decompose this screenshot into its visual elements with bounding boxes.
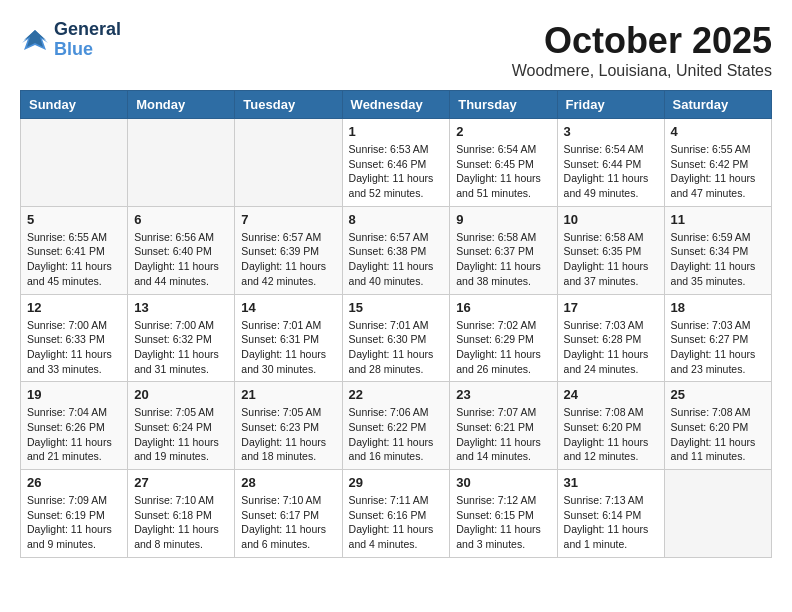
calendar-table: SundayMondayTuesdayWednesdayThursdayFrid… [20, 90, 772, 558]
day-number: 20 [134, 387, 228, 402]
day-info: Sunrise: 7:00 AM Sunset: 6:33 PM Dayligh… [27, 318, 121, 377]
day-info: Sunrise: 7:04 AM Sunset: 6:26 PM Dayligh… [27, 405, 121, 464]
day-info: Sunrise: 7:12 AM Sunset: 6:15 PM Dayligh… [456, 493, 550, 552]
weekday-header-wednesday: Wednesday [342, 91, 450, 119]
day-info: Sunrise: 6:55 AM Sunset: 6:41 PM Dayligh… [27, 230, 121, 289]
weekday-header-thursday: Thursday [450, 91, 557, 119]
calendar-cell: 11Sunrise: 6:59 AM Sunset: 6:34 PM Dayli… [664, 206, 771, 294]
day-info: Sunrise: 6:54 AM Sunset: 6:44 PM Dayligh… [564, 142, 658, 201]
day-info: Sunrise: 7:01 AM Sunset: 6:31 PM Dayligh… [241, 318, 335, 377]
day-info: Sunrise: 7:03 AM Sunset: 6:27 PM Dayligh… [671, 318, 765, 377]
day-info: Sunrise: 7:10 AM Sunset: 6:17 PM Dayligh… [241, 493, 335, 552]
day-number: 12 [27, 300, 121, 315]
calendar-cell: 9Sunrise: 6:58 AM Sunset: 6:37 PM Daylig… [450, 206, 557, 294]
day-number: 7 [241, 212, 335, 227]
day-number: 15 [349, 300, 444, 315]
day-number: 23 [456, 387, 550, 402]
calendar-cell: 27Sunrise: 7:10 AM Sunset: 6:18 PM Dayli… [128, 470, 235, 558]
day-info: Sunrise: 7:05 AM Sunset: 6:23 PM Dayligh… [241, 405, 335, 464]
calendar-cell: 31Sunrise: 7:13 AM Sunset: 6:14 PM Dayli… [557, 470, 664, 558]
month-title: October 2025 [512, 20, 772, 62]
day-info: Sunrise: 6:57 AM Sunset: 6:39 PM Dayligh… [241, 230, 335, 289]
day-number: 11 [671, 212, 765, 227]
calendar-cell: 19Sunrise: 7:04 AM Sunset: 6:26 PM Dayli… [21, 382, 128, 470]
day-info: Sunrise: 7:02 AM Sunset: 6:29 PM Dayligh… [456, 318, 550, 377]
day-number: 17 [564, 300, 658, 315]
calendar-cell: 17Sunrise: 7:03 AM Sunset: 6:28 PM Dayli… [557, 294, 664, 382]
day-number: 26 [27, 475, 121, 490]
calendar-cell: 29Sunrise: 7:11 AM Sunset: 6:16 PM Dayli… [342, 470, 450, 558]
title-section: October 2025 Woodmere, Louisiana, United… [512, 20, 772, 80]
day-number: 22 [349, 387, 444, 402]
weekday-header-tuesday: Tuesday [235, 91, 342, 119]
day-info: Sunrise: 7:00 AM Sunset: 6:32 PM Dayligh… [134, 318, 228, 377]
day-number: 27 [134, 475, 228, 490]
day-number: 16 [456, 300, 550, 315]
calendar-cell: 26Sunrise: 7:09 AM Sunset: 6:19 PM Dayli… [21, 470, 128, 558]
day-info: Sunrise: 7:07 AM Sunset: 6:21 PM Dayligh… [456, 405, 550, 464]
day-number: 4 [671, 124, 765, 139]
day-number: 29 [349, 475, 444, 490]
day-info: Sunrise: 6:54 AM Sunset: 6:45 PM Dayligh… [456, 142, 550, 201]
day-info: Sunrise: 7:08 AM Sunset: 6:20 PM Dayligh… [671, 405, 765, 464]
calendar-cell: 7Sunrise: 6:57 AM Sunset: 6:39 PM Daylig… [235, 206, 342, 294]
day-info: Sunrise: 6:58 AM Sunset: 6:37 PM Dayligh… [456, 230, 550, 289]
calendar-cell: 22Sunrise: 7:06 AM Sunset: 6:22 PM Dayli… [342, 382, 450, 470]
day-number: 25 [671, 387, 765, 402]
day-info: Sunrise: 7:13 AM Sunset: 6:14 PM Dayligh… [564, 493, 658, 552]
calendar-cell: 5Sunrise: 6:55 AM Sunset: 6:41 PM Daylig… [21, 206, 128, 294]
day-number: 24 [564, 387, 658, 402]
day-number: 1 [349, 124, 444, 139]
day-info: Sunrise: 6:56 AM Sunset: 6:40 PM Dayligh… [134, 230, 228, 289]
day-info: Sunrise: 6:57 AM Sunset: 6:38 PM Dayligh… [349, 230, 444, 289]
weekday-header-friday: Friday [557, 91, 664, 119]
day-info: Sunrise: 6:58 AM Sunset: 6:35 PM Dayligh… [564, 230, 658, 289]
logo-icon [20, 25, 50, 55]
weekday-header-saturday: Saturday [664, 91, 771, 119]
weekday-header-sunday: Sunday [21, 91, 128, 119]
day-number: 21 [241, 387, 335, 402]
day-number: 8 [349, 212, 444, 227]
day-number: 10 [564, 212, 658, 227]
logo-text: General Blue [54, 20, 121, 60]
day-info: Sunrise: 7:01 AM Sunset: 6:30 PM Dayligh… [349, 318, 444, 377]
location: Woodmere, Louisiana, United States [512, 62, 772, 80]
calendar-cell: 18Sunrise: 7:03 AM Sunset: 6:27 PM Dayli… [664, 294, 771, 382]
day-info: Sunrise: 7:05 AM Sunset: 6:24 PM Dayligh… [134, 405, 228, 464]
calendar-cell: 8Sunrise: 6:57 AM Sunset: 6:38 PM Daylig… [342, 206, 450, 294]
day-number: 18 [671, 300, 765, 315]
calendar-cell: 3Sunrise: 6:54 AM Sunset: 6:44 PM Daylig… [557, 119, 664, 207]
day-info: Sunrise: 7:06 AM Sunset: 6:22 PM Dayligh… [349, 405, 444, 464]
calendar-cell: 13Sunrise: 7:00 AM Sunset: 6:32 PM Dayli… [128, 294, 235, 382]
day-number: 5 [27, 212, 121, 227]
calendar-cell: 10Sunrise: 6:58 AM Sunset: 6:35 PM Dayli… [557, 206, 664, 294]
day-info: Sunrise: 7:09 AM Sunset: 6:19 PM Dayligh… [27, 493, 121, 552]
calendar-cell [664, 470, 771, 558]
day-info: Sunrise: 6:55 AM Sunset: 6:42 PM Dayligh… [671, 142, 765, 201]
calendar-cell: 12Sunrise: 7:00 AM Sunset: 6:33 PM Dayli… [21, 294, 128, 382]
calendar-cell: 14Sunrise: 7:01 AM Sunset: 6:31 PM Dayli… [235, 294, 342, 382]
calendar-week-2: 5Sunrise: 6:55 AM Sunset: 6:41 PM Daylig… [21, 206, 772, 294]
logo: General Blue [20, 20, 121, 60]
day-number: 14 [241, 300, 335, 315]
page-header: General Blue October 2025 Woodmere, Loui… [20, 20, 772, 80]
day-info: Sunrise: 7:03 AM Sunset: 6:28 PM Dayligh… [564, 318, 658, 377]
calendar-cell: 15Sunrise: 7:01 AM Sunset: 6:30 PM Dayli… [342, 294, 450, 382]
day-info: Sunrise: 6:53 AM Sunset: 6:46 PM Dayligh… [349, 142, 444, 201]
calendar-week-5: 26Sunrise: 7:09 AM Sunset: 6:19 PM Dayli… [21, 470, 772, 558]
calendar-cell: 24Sunrise: 7:08 AM Sunset: 6:20 PM Dayli… [557, 382, 664, 470]
day-info: Sunrise: 7:11 AM Sunset: 6:16 PM Dayligh… [349, 493, 444, 552]
calendar-cell: 21Sunrise: 7:05 AM Sunset: 6:23 PM Dayli… [235, 382, 342, 470]
day-number: 31 [564, 475, 658, 490]
weekday-header-monday: Monday [128, 91, 235, 119]
calendar-cell: 6Sunrise: 6:56 AM Sunset: 6:40 PM Daylig… [128, 206, 235, 294]
day-number: 9 [456, 212, 550, 227]
calendar-cell: 16Sunrise: 7:02 AM Sunset: 6:29 PM Dayli… [450, 294, 557, 382]
calendar-week-3: 12Sunrise: 7:00 AM Sunset: 6:33 PM Dayli… [21, 294, 772, 382]
day-number: 30 [456, 475, 550, 490]
calendar-cell [128, 119, 235, 207]
day-number: 28 [241, 475, 335, 490]
day-info: Sunrise: 7:08 AM Sunset: 6:20 PM Dayligh… [564, 405, 658, 464]
day-info: Sunrise: 6:59 AM Sunset: 6:34 PM Dayligh… [671, 230, 765, 289]
day-number: 6 [134, 212, 228, 227]
